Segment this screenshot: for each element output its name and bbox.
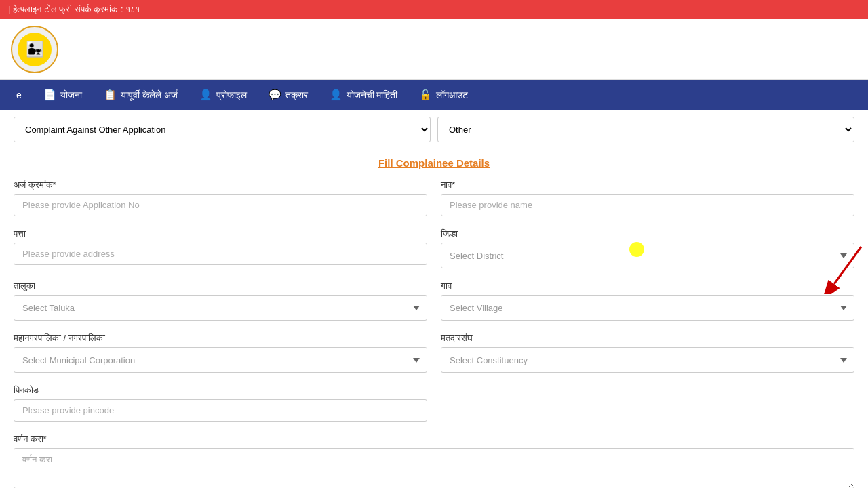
form-row-3: तालुका Select Taluka गाव Select Village: [14, 281, 854, 321]
top-banner: | हेल्पलाइन टोल फ्री संपर्क क्रमांक : १८…: [0, 0, 868, 19]
gaav-group: गाव Select Village: [441, 281, 854, 321]
complaint-type-select[interactable]: Complaint Against Other Application: [14, 117, 431, 142]
nav-group: नाव*: [441, 180, 854, 216]
form-row-2: पत्ता जिल्हा Select District: [14, 228, 854, 268]
taluka-group: तालुका Select Taluka: [14, 281, 427, 321]
nav-item-logout[interactable]: 🔓 लॉगआउट: [408, 80, 479, 110]
main-nav: e 📄 योजना 📋 यापूर्वी केलेले अर्ज 👤 प्रोफ…: [0, 80, 868, 110]
nav-item-home[interactable]: e: [5, 80, 33, 110]
banner-text: | हेल्पलाइन टोल फ्री संपर्क क्रमांक : १८…: [8, 4, 140, 14]
section-title: Fill Complainee Details: [14, 149, 854, 174]
patta-input[interactable]: [14, 243, 427, 265]
taluka-label: तालुका: [14, 281, 427, 291]
arj-kramank-label: अर्ज क्रमांक*: [14, 180, 427, 190]
complainee-form: अर्ज क्रमांक* नाव* पत्ता जिल्हा Select D…: [14, 174, 854, 488]
mahanagar-group: महानगरपालिका / नगरपालिका Select Municipa…: [14, 333, 427, 373]
matdar-select[interactable]: Select Constituency: [441, 347, 854, 373]
taluka-select[interactable]: Select Taluka: [14, 295, 427, 321]
nav-logout-label: लॉगआउट: [436, 89, 468, 101]
logo: 👨‍👧: [11, 26, 58, 73]
matdar-label: मतदारसंघ: [441, 333, 854, 344]
nav-input[interactable]: [441, 194, 854, 216]
pincode-spacer: [441, 385, 854, 422]
logout-icon: 🔓: [419, 89, 432, 101]
top-dropdowns-row: Complaint Against Other Application Othe…: [14, 110, 854, 149]
nav-profile-label: प्रोफाइल: [216, 89, 247, 101]
nav-item-yojanainfo[interactable]: 👤 योजनेची माहिती: [319, 80, 409, 110]
pincode-label: पिनकोड: [14, 385, 427, 396]
nav-item-yapurvi[interactable]: 📋 यापूर्वी केलेले अर्ज: [93, 80, 189, 110]
jilha-label: जिल्हा: [441, 228, 854, 239]
arj-kramank-group: अर्ज क्रमांक*: [14, 180, 427, 216]
yojanainfo-icon: 👤: [330, 89, 342, 101]
varnan-input[interactable]: [14, 448, 854, 488]
pincode-group: पिनकोड: [14, 385, 427, 422]
nav-yapurvi-label: यापूर्वी केलेले अर्ज: [121, 89, 178, 101]
matdar-group: मतदारसंघ Select Constituency: [441, 333, 854, 373]
varnan-group: वर्णन करा*: [14, 434, 854, 488]
patta-label: पत्ता: [14, 228, 427, 239]
pincode-input[interactable]: [14, 399, 427, 422]
patta-group: पत्ता: [14, 228, 427, 268]
nav-label: नाव*: [441, 180, 854, 190]
other-type-select[interactable]: Other: [437, 117, 854, 142]
home-icon: e: [16, 89, 22, 100]
mahanagar-select[interactable]: Select Municipal Corporation: [14, 347, 427, 373]
header: 👨‍👧: [0, 19, 868, 80]
nav-item-profile[interactable]: 👤 प्रोफाइल: [189, 80, 258, 110]
nav-item-takrar[interactable]: 💬 तक्रार: [258, 80, 319, 110]
nav-takrar-label: तक्रार: [285, 89, 308, 101]
arj-kramank-input[interactable]: [14, 194, 427, 216]
varnan-label: वर्णन करा*: [14, 434, 854, 445]
form-row-4: महानगरपालिका / नगरपालिका Select Municipa…: [14, 333, 854, 373]
logo-icon: 👨‍👧: [18, 33, 52, 66]
nav-item-yojana[interactable]: 📄 योजना: [33, 80, 93, 110]
yapurvi-icon: 📋: [104, 89, 117, 101]
form-row-6: वर्णन करा*: [14, 434, 854, 488]
form-row-1: अर्ज क्रमांक* नाव*: [14, 180, 854, 216]
mahanagar-label: महानगरपालिका / नगरपालिका: [14, 333, 427, 344]
main-content: Complaint Against Other Application Othe…: [0, 110, 868, 488]
form-row-5: पिनकोड: [14, 385, 854, 422]
jilha-group: जिल्हा Select District: [441, 228, 854, 268]
nav-yojanainfo-label: योजनेची माहिती: [347, 89, 398, 101]
nav-yojana-label: योजना: [60, 89, 82, 101]
profile-icon: 👤: [199, 89, 212, 101]
jilha-select[interactable]: Select District: [441, 243, 854, 268]
yojana-icon: 📄: [43, 89, 56, 101]
takrar-icon: 💬: [269, 89, 281, 101]
gaav-select[interactable]: Select Village: [441, 295, 854, 321]
gaav-label: गाव: [441, 281, 854, 291]
